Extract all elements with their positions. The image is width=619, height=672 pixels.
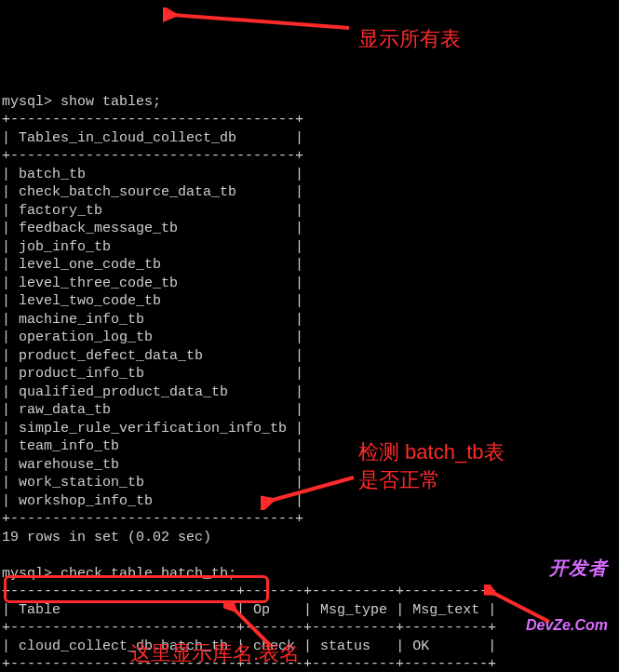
table-name: feedback_message_tb — [19, 221, 178, 236]
table-border: +----------------------------------+ — [2, 112, 303, 128]
table-row: | qualified_product_data_tb | — [2, 384, 303, 400]
result-summary: 19 rows in set (0.02 sec) — [2, 530, 211, 545]
table-border: +----------------------------------+ — [2, 148, 303, 164]
table-name: warehouse_tb — [19, 457, 119, 473]
table-row: | raw_data_tb | — [2, 402, 303, 418]
table-row: | level_one_code_tb | — [2, 257, 303, 273]
annotation-dbname-tablename: 这里显示库名.表名 — [130, 640, 300, 667]
table-name: simple_rule_verification_info_tb — [19, 421, 287, 437]
highlight-box — [4, 575, 269, 603]
table-name: product_defect_data_tb — [19, 348, 203, 364]
annotation-show-tables: 显示所有表 — [358, 26, 461, 53]
check-header-row: | Table | Op | Msg_type | Msg_text | — [2, 602, 496, 618]
table-name: raw_data_tb — [19, 402, 111, 418]
prompt: mysql> — [2, 94, 52, 110]
table-name: team_info_tb — [19, 438, 119, 454]
table-name: product_info_tb — [19, 366, 144, 382]
table-row: | machine_info_tb | — [2, 312, 303, 328]
table-row: | level_two_code_tb | — [2, 293, 303, 309]
col-msgtext: Msg_text — [412, 602, 479, 618]
cell-msgtype: status — [320, 638, 370, 654]
watermark-line2: DevZe.Com — [526, 616, 608, 636]
table-name: machine_info_tb — [19, 312, 144, 328]
col-msgtype: Msg_type — [320, 602, 387, 618]
table-row: | work_station_tb | — [2, 475, 303, 491]
table-name: level_one_code_tb — [19, 257, 161, 273]
table-name: factory_tb — [19, 203, 102, 219]
table-row: | team_info_tb | — [2, 438, 303, 454]
table-border: +---------------------------+-------+---… — [2, 620, 496, 636]
table-row: | batch_tb | — [2, 167, 303, 182]
table-name: job_info_tb — [19, 239, 111, 255]
table-row: | feedback_message_tb | — [2, 221, 303, 236]
watermark: 开发者 DevZe.Com — [526, 519, 608, 653]
table-row: | job_info_tb | — [2, 239, 303, 255]
col-table: Table — [19, 602, 61, 618]
table-name: work_station_tb — [19, 475, 144, 491]
table-row: | factory_tb | — [2, 203, 303, 219]
table-name: check_batch_source_data_tb — [19, 184, 236, 200]
table-border: +----------------------------------+ — [2, 511, 303, 527]
annotation-check-table-line1: 检测 batch_tb表 — [358, 439, 505, 466]
table-row: | check_batch_source_data_tb | — [2, 184, 303, 200]
svg-line-1 — [172, 15, 349, 28]
annotation-check-table-line2: 是否正常 — [358, 467, 440, 494]
table-name: operation_log_tb — [19, 329, 153, 345]
col-op: Op — [253, 602, 270, 618]
table-row: | simple_rule_verification_info_tb | — [2, 421, 303, 437]
cell-msgtext: OK — [412, 638, 429, 654]
table-header-row: | Tables_in_cloud_collect_db | — [2, 130, 303, 146]
table-row: | product_defect_data_tb | — [2, 348, 303, 364]
cmd-show-tables: show tables; — [61, 94, 161, 110]
table-name: qualified_product_data_tb — [19, 384, 228, 400]
table-name: workshop_info_tb — [19, 493, 153, 509]
table-row: | warehouse_tb | — [2, 457, 303, 473]
table-row: | workshop_info_tb | — [2, 493, 303, 509]
table-name: level_three_code_tb — [19, 276, 178, 291]
table-row: | level_three_code_tb | — [2, 276, 303, 291]
tables-header: Tables_in_cloud_collect_db — [19, 130, 236, 146]
watermark-line1: 开发者 — [526, 556, 608, 580]
table-row: | operation_log_tb | — [2, 329, 303, 345]
table-name: batch_tb — [19, 167, 86, 182]
arrow-icon — [163, 7, 358, 35]
table-row: | product_info_tb | — [2, 366, 303, 382]
table-name: level_two_code_tb — [19, 293, 161, 309]
